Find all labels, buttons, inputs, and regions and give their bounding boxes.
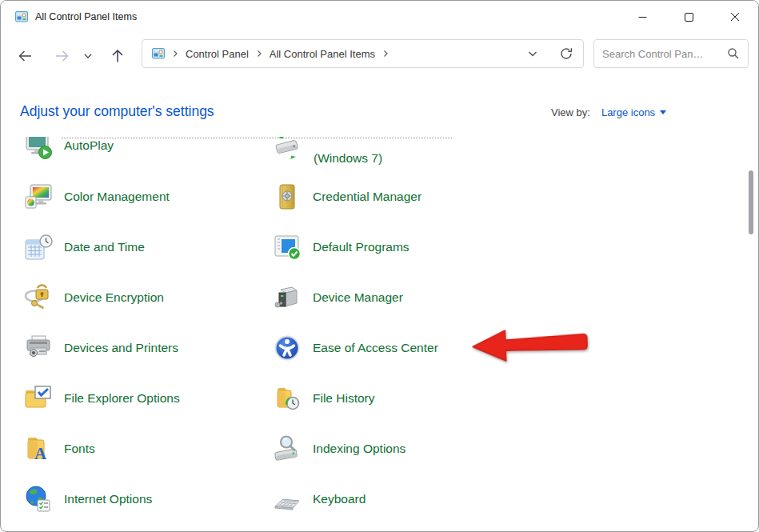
item-label: Credential Manager [313,190,421,204]
item-devices-and-printers[interactable]: Devices and Printers [24,332,178,364]
refresh-icon [559,46,573,61]
item-label: Device Encryption [64,290,164,305]
up-arrow-icon [110,48,126,64]
backup-restore-icon [273,137,302,161]
credential-manager-icon [273,182,302,211]
device-encryption-icon [24,283,53,312]
devices-and-printers-icon [24,334,53,362]
control-panel-icon [15,10,28,23]
view-by-label: View by: [551,106,590,118]
red-arrow-annotation [468,323,591,366]
minimize-icon [638,13,647,22]
chevron-down-icon [83,51,93,61]
item-device-manager[interactable]: Device Manager [273,282,403,314]
window-controls [619,1,758,33]
up-button[interactable] [107,46,128,66]
item-autoplay[interactable]: AutoPlay [24,137,114,162]
back-button[interactable] [14,46,35,66]
item-label: Date and Time [64,240,145,254]
item-label: Default Programs [313,240,409,254]
maximize-button[interactable] [665,1,712,33]
breadcrumb-separator-icon [172,50,178,58]
color-management-icon [24,182,53,211]
view-by-control: View by: Large icons [551,106,666,118]
item-date-and-time[interactable]: Date and Time [24,231,145,263]
view-by-value: Large icons [601,106,655,118]
close-button[interactable] [712,1,758,33]
search-box [593,39,749,68]
view-by-dropdown[interactable]: Large icons [601,106,666,118]
default-programs-icon [273,233,302,262]
ease-of-access-icon [273,334,302,362]
fonts-icon: A [24,434,53,463]
navigation-bar: Control Panel All Control Panel Items [1,33,758,74]
address-dropdown-button[interactable] [527,48,538,59]
file-explorer-options-icon [24,384,53,413]
item-file-history[interactable]: File History [273,382,375,414]
item-device-encryption[interactable]: Device Encryption [24,282,164,314]
window-title: All Control Panel Items [35,11,137,22]
search-input[interactable] [602,48,727,60]
device-manager-icon [273,283,302,312]
item-label: File History [313,391,375,406]
forward-button[interactable] [52,46,73,66]
item-label: File Explorer Options [64,391,180,406]
item-keyboard[interactable]: Keyboard [273,483,366,515]
breadcrumb-separator-icon [256,50,262,58]
caret-down-icon [660,110,666,114]
item-ease-of-access-center[interactable]: Ease of Access Center [273,332,438,364]
control-panel-items-list: AutoPlay Backup and Restore (Windows 7) [2,137,757,530]
internet-options-icon [24,485,53,514]
close-icon [730,12,740,22]
titlebar: All Control Panel Items [1,1,758,33]
item-file-explorer-options[interactable]: File Explorer Options [24,382,180,414]
vertical-scrollbar-thumb[interactable] [749,170,753,234]
date-and-time-icon [24,233,53,262]
item-label: Fonts [64,442,95,456]
item-label: Devices and Printers [64,341,178,355]
item-label: Color Management [64,190,170,204]
control-panel-icon [152,47,165,60]
address-bar[interactable]: Control Panel All Control Panel Items [142,39,584,68]
maximize-icon [685,13,693,22]
item-label: (Windows 7) [314,150,382,166]
search-icon[interactable] [727,47,740,60]
chevron-down-icon [527,48,538,59]
item-credential-manager[interactable]: Credential Manager [273,181,421,213]
item-label: Internet Options [64,492,152,506]
breadcrumb-separator-icon [382,50,389,58]
clipped-text-remnant [62,138,452,138]
minimize-button[interactable] [619,1,665,33]
item-fonts[interactable]: A Fonts [24,433,95,465]
item-label: AutoPlay [64,138,114,153]
autoplay-icon [24,137,53,160]
item-label: Indexing Options [313,442,405,456]
item-internet-options[interactable]: Internet Options [24,483,152,515]
item-default-programs[interactable]: Default Programs [273,231,409,263]
item-label: Ease of Access Center [313,341,438,355]
refresh-button[interactable] [559,46,573,61]
recent-locations-button[interactable] [79,46,97,66]
back-arrow-icon [17,48,33,64]
item-label: Keyboard [313,492,366,506]
svg-text:A: A [34,444,47,463]
keyboard-icon [273,485,302,514]
breadcrumb-control-panel[interactable]: Control Panel [186,48,249,60]
item-label: Device Manager [313,290,403,305]
item-color-management[interactable]: Color Management [24,181,170,213]
forward-arrow-icon [54,48,70,64]
indexing-options-icon [273,434,302,463]
file-history-icon [273,384,302,413]
item-backup-restore[interactable]: (Windows 7) [314,150,382,166]
page-title: Adjust your computer's settings [20,103,214,120]
breadcrumb-all-control-panel-items[interactable]: All Control Panel Items [270,48,375,60]
item-indexing-options[interactable]: Indexing Options [273,433,405,465]
control-panel-window: All Control Panel Items [0,0,759,532]
